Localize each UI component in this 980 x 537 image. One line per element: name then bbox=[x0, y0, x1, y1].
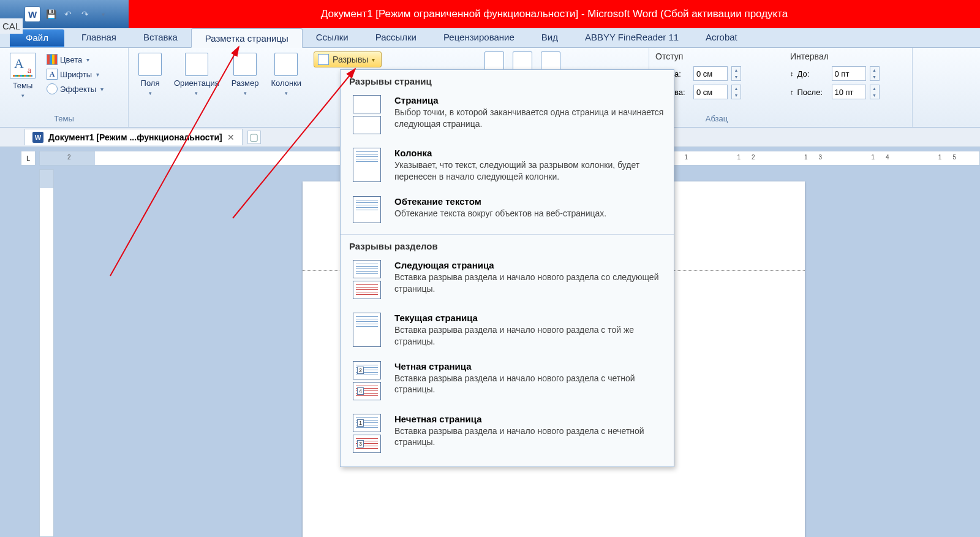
indent-left-input[interactable] bbox=[693, 66, 728, 81]
undo-icon[interactable]: ↶ bbox=[61, 7, 75, 21]
breaks-button[interactable]: Разрывы▾ bbox=[314, 51, 382, 67]
tab-finereader[interactable]: ABBYY FineReader 11 bbox=[571, 28, 692, 47]
break-next-page-icon bbox=[353, 260, 385, 299]
size-icon bbox=[233, 53, 257, 76]
qat-more-icon[interactable] bbox=[96, 7, 109, 21]
group-spacing: Интервал ↕До:▲▼ ↕После:▲▼ bbox=[784, 48, 913, 127]
redo-icon[interactable]: ↷ bbox=[78, 7, 92, 21]
spacing-before-spinner[interactable]: ▲▼ bbox=[870, 66, 880, 81]
document-tab-label: Документ1 [Режим ...функциональности] bbox=[48, 132, 222, 142]
dropdown-section-page-breaks: Разрывы страниц bbox=[341, 70, 674, 90]
themes-label: Темы bbox=[13, 81, 33, 90]
ribbon-tabs: Файл Главная Вставка Разметка страницы С… bbox=[0, 28, 980, 48]
breaks-icon bbox=[318, 54, 329, 65]
break-odd-page-icon: 13 bbox=[353, 414, 385, 453]
margins-icon bbox=[138, 53, 162, 76]
tab-mailings[interactable]: Рассылки bbox=[362, 28, 430, 47]
tab-page-layout[interactable]: Разметка страницы bbox=[191, 28, 303, 48]
themes-icon: Aa bbox=[10, 53, 36, 78]
cal-fragment: CAL bbox=[0, 18, 23, 34]
break-text-wrapping[interactable]: Обтекание текстомОбтекание текста вокруг… bbox=[341, 191, 674, 232]
tab-view[interactable]: Вид bbox=[528, 28, 571, 47]
break-continuous-icon bbox=[353, 313, 385, 348]
break-even-page[interactable]: 24 Четная страницаВставка разрыва раздел… bbox=[341, 356, 674, 409]
spacing-after-label: После: bbox=[797, 88, 828, 97]
fonts-button[interactable]: AШрифты bbox=[44, 67, 106, 81]
tab-review[interactable]: Рецензирование bbox=[430, 28, 528, 47]
tab-acrobat[interactable]: Acrobat bbox=[692, 28, 751, 47]
columns-icon bbox=[274, 53, 298, 76]
indent-right-spinner[interactable]: ▲▼ bbox=[731, 85, 741, 99]
spacing-after-spinner[interactable]: ▲▼ bbox=[870, 85, 880, 99]
save-icon[interactable]: 💾 bbox=[44, 7, 58, 21]
indent-left-spinner[interactable]: ▲▼ bbox=[731, 66, 741, 81]
close-tab-icon[interactable]: ✕ bbox=[227, 132, 235, 142]
indent-right-input[interactable] bbox=[693, 85, 728, 99]
indent-header: Отступ bbox=[655, 51, 778, 61]
vertical-ruler[interactable] bbox=[39, 169, 54, 537]
dropdown-section-section-breaks: Разрывы разделов bbox=[341, 234, 674, 255]
effects-icon bbox=[47, 83, 58, 94]
title-bar: W 💾 ↶ ↷ Документ1 [Режим ограниченной фу… bbox=[0, 0, 980, 28]
effects-button[interactable]: Эффекты bbox=[44, 82, 106, 96]
break-odd-page[interactable]: 13 Нечетная страницаВставка разрыва разд… bbox=[341, 409, 674, 462]
tab-insert[interactable]: Вставка bbox=[130, 28, 191, 47]
spacing-after-input[interactable] bbox=[832, 85, 866, 99]
orientation-icon bbox=[185, 53, 208, 76]
group-themes-label: Темы bbox=[6, 114, 122, 126]
spacing-before-input[interactable] bbox=[832, 66, 866, 81]
size-button[interactable]: Размер▾ bbox=[228, 51, 263, 114]
spacing-before-label: До: bbox=[797, 69, 828, 78]
break-column[interactable]: КолонкаУказывает, что текст, следующий з… bbox=[341, 143, 674, 191]
orientation-button[interactable]: Ориентация▾ bbox=[170, 51, 223, 114]
colors-button[interactable]: Цвета bbox=[44, 53, 106, 66]
break-next-page[interactable]: Следующая страницаВставка разрыва раздел… bbox=[341, 255, 674, 308]
spacing-header: Интервал bbox=[790, 51, 906, 61]
watermark-icon[interactable] bbox=[484, 51, 504, 71]
document-tab[interactable]: W Документ1 [Режим ...функциональности] … bbox=[24, 129, 243, 145]
break-continuous[interactable]: Текущая страницаВставка разрыва раздела … bbox=[341, 308, 674, 356]
breaks-dropdown: Разрывы страниц СтраницаВыбор точки, в к… bbox=[340, 69, 674, 467]
colors-icon bbox=[47, 54, 58, 65]
fonts-icon: A bbox=[47, 69, 58, 80]
themes-button[interactable]: Aa Темы ▾ bbox=[6, 51, 39, 114]
tab-references[interactable]: Ссылки bbox=[303, 28, 362, 47]
new-tab-icon[interactable]: ▢ bbox=[247, 131, 261, 144]
break-page-icon bbox=[353, 95, 385, 134]
margins-button[interactable]: Поля▾ bbox=[135, 51, 165, 114]
ruler-corner[interactable]: L bbox=[21, 151, 36, 166]
columns-button[interactable]: Колонки▾ bbox=[268, 51, 306, 114]
doc-word-icon: W bbox=[32, 132, 43, 143]
tab-home[interactable]: Главная bbox=[68, 28, 130, 47]
group-themes: Aa Темы ▾ Цвета AШрифты Эффекты Темы bbox=[0, 48, 129, 127]
break-page[interactable]: СтраницаВыбор точки, в которой заканчива… bbox=[341, 90, 674, 143]
word-app-icon: W bbox=[24, 6, 40, 22]
break-even-page-icon: 24 bbox=[353, 361, 385, 400]
break-text-wrapping-icon bbox=[353, 196, 385, 223]
page-borders-icon[interactable] bbox=[541, 51, 560, 71]
window-title: Документ1 [Режим ограниченной функционал… bbox=[129, 0, 980, 28]
break-column-icon bbox=[353, 148, 385, 183]
page-color-icon[interactable] bbox=[513, 51, 532, 71]
